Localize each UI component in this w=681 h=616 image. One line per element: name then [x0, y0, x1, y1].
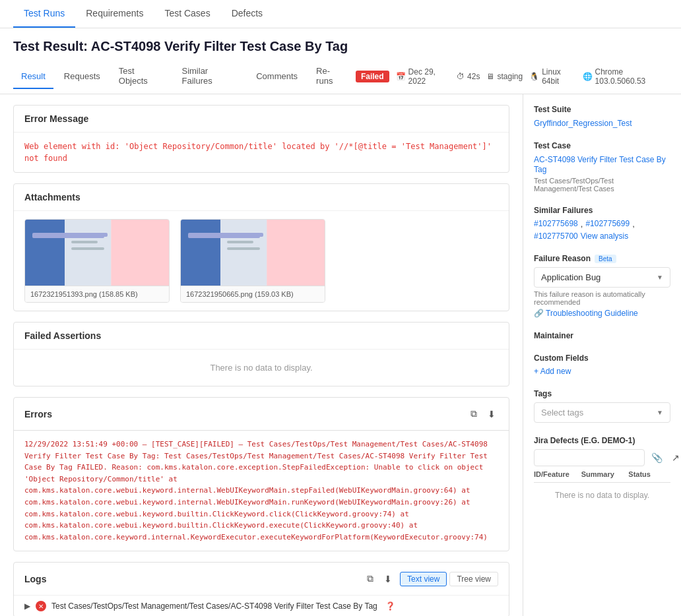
- rp-test-suite-label: Test Suite: [534, 105, 670, 114]
- rp-jira-attach-button[interactable]: 📎: [649, 450, 665, 466]
- meta-os: 🐧 Linux 64bit: [529, 67, 575, 86]
- attachment-item-1[interactable]: 1672321951393.png (158.85 KB): [24, 219, 170, 303]
- errors-copy-button[interactable]: ⧉: [468, 406, 480, 422]
- main-layout: Error Message Web element with id: 'Obje…: [0, 94, 681, 616]
- rp-failure-link-3[interactable]: #102775700: [534, 231, 578, 241]
- logs-header: Logs ⧉ ⬇ Text view Tree view: [14, 563, 509, 595]
- rp-test-case-label: Test Case: [534, 141, 670, 150]
- tree-view-button[interactable]: Tree view: [449, 572, 498, 586]
- rp-jira-input[interactable]: [534, 449, 645, 466]
- rp-failure-reason-dropdown[interactable]: Application Bug ▼: [534, 267, 670, 288]
- chevron-icon: ▶: [24, 601, 30, 611]
- rp-custom-fields-label: Custom Fields: [534, 354, 670, 363]
- log-question-icon: ❓: [385, 601, 395, 611]
- left-panel: Error Message Web element with id: 'Obje…: [0, 94, 523, 616]
- attachment-label-1: 1672321951393.png (158.85 KB): [25, 286, 169, 302]
- log-entry-text: Test Cases/TestOps/Test Management/Test …: [51, 601, 377, 611]
- log-row: ▶ ✕ Test Cases/TestOps/Test Management/T…: [14, 595, 509, 616]
- rp-tags: Tags Select tags ▼: [534, 389, 670, 423]
- rp-failure-links: #102775698, #102775699, #102775700 View …: [534, 219, 670, 241]
- meta-browser: 🌐 Chrome 103.0.5060.53: [583, 67, 668, 86]
- rp-failure-reason-label: Failure Reason: [534, 254, 591, 263]
- attachment-item-2[interactable]: 1672321950665.png (159.03 KB): [180, 219, 325, 303]
- nav-test-cases[interactable]: Test Cases: [154, 0, 220, 28]
- errors-card: Errors ⧉ ⬇ 12/29/2022 13:51:49 +00:00 – …: [13, 397, 509, 551]
- rp-jira-no-data: There is no data to display.: [534, 483, 670, 508]
- thumb-image-1: [25, 220, 169, 286]
- meta-date: 📅 Dec 29, 2022: [396, 67, 451, 86]
- view-toggle: Text view Tree view: [400, 572, 498, 586]
- rp-test-suite-link[interactable]: Gryffindor_Regression_Test: [534, 119, 632, 128]
- rp-maintainer: Maintainer: [534, 331, 670, 340]
- clock-icon: ⏱: [457, 72, 465, 81]
- logs-copy-button[interactable]: ⧉: [364, 570, 376, 587]
- nav-test-runs[interactable]: Test Runs: [13, 0, 75, 28]
- rp-jira-label: Jira Defects (E.G. DEMO-1): [534, 436, 670, 445]
- rp-jira-input-row: 📎 ↗: [534, 449, 670, 466]
- rp-troubleshoot-link[interactable]: 🔗 Troubleshooting Guideline: [534, 309, 670, 318]
- text-view-button[interactable]: Text view: [400, 572, 447, 586]
- errors-download-button[interactable]: ⬇: [485, 406, 498, 422]
- rp-similar-failures: Similar Failures #102775698, #102775699,…: [534, 206, 670, 241]
- attachments-grid: 1672321951393.png (158.85 KB): [14, 211, 509, 311]
- svg-rect-3: [71, 233, 108, 237]
- tab-re-runs[interactable]: Re-runs: [308, 59, 353, 94]
- rp-tags-label: Tags: [534, 389, 670, 398]
- server-icon: 🖥: [486, 72, 494, 81]
- svg-rect-4: [71, 241, 98, 243]
- rp-jira-col-status: Status: [628, 470, 670, 478]
- rp-view-analysis-link[interactable]: View analysis: [581, 231, 628, 241]
- tab-requests[interactable]: Requests: [56, 65, 108, 89]
- rp-test-case-path: Test Cases/TestOps/Test Management/Test …: [534, 177, 670, 193]
- svg-rect-5: [71, 247, 104, 250]
- failed-assertions-header: Failed Assertions: [14, 323, 509, 350]
- rp-failure-reason-note: This failure reason is automatically rec…: [534, 290, 670, 306]
- status-badge: Failed: [356, 71, 389, 82]
- linux-icon: 🐧: [529, 72, 539, 81]
- svg-rect-10: [227, 233, 263, 237]
- error-message-card: Error Message Web element with id: 'Obje…: [13, 105, 509, 173]
- rp-jira-table-header: ID/Feature Summary Status: [534, 466, 670, 483]
- rp-maintainer-label: Maintainer: [534, 331, 670, 340]
- logs-card: Logs ⧉ ⬇ Text view Tree view ▶ ✕ Test Ca…: [13, 562, 509, 616]
- fail-icon: ✕: [36, 601, 46, 611]
- error-message-body: Web element with id: 'Object Repository/…: [14, 133, 509, 172]
- attachments-card: Attachments: [13, 183, 509, 311]
- rp-test-case-link[interactable]: AC-ST4098 Verify Filter Test Case By Tag: [534, 155, 666, 174]
- svg-point-6: [113, 248, 129, 264]
- logs-download-button[interactable]: ⬇: [381, 571, 395, 587]
- meta-environment: 🖥 staging: [486, 72, 523, 81]
- page-title: Test Result: AC-ST4098 Verify Filter Tes…: [13, 39, 668, 54]
- rp-test-case: Test Case AC-ST4098 Verify Filter Test C…: [534, 141, 670, 193]
- tab-similar-failures[interactable]: Similar Failures: [174, 59, 245, 94]
- svg-rect-2: [111, 220, 169, 286]
- right-panel: Test Suite Gryffindor_Regression_Test Te…: [523, 94, 681, 616]
- rp-failure-link-1[interactable]: #102775698: [534, 219, 578, 229]
- rp-failure-reason: Failure Reason Beta Application Bug ▼ Th…: [534, 254, 670, 318]
- chevron-down-icon: ▼: [657, 274, 663, 281]
- rp-failure-link-2[interactable]: #102775699: [585, 219, 630, 229]
- svg-rect-1: [25, 220, 65, 286]
- tags-chevron-icon: ▼: [657, 409, 663, 416]
- attachment-label-2: 1672321950665.png (159.03 KB): [181, 286, 325, 302]
- rp-jira-col-id: ID/Feature: [534, 470, 576, 478]
- rp-tags-select[interactable]: Select tags ▼: [534, 402, 670, 423]
- rp-jira-external-button[interactable]: ↗: [669, 450, 681, 466]
- rp-jira-defects: Jira Defects (E.G. DEMO-1) 📎 ↗ ID/Featur…: [534, 436, 670, 508]
- rp-beta-badge: Beta: [595, 255, 616, 263]
- rp-jira-col-summary: Summary: [581, 470, 624, 478]
- thumb-image-2: [181, 220, 325, 286]
- rp-add-field-button[interactable]: + Add new: [534, 367, 670, 376]
- tab-test-objects[interactable]: Test Objects: [111, 59, 172, 94]
- failed-assertions-card: Failed Assertions There is no data to di…: [13, 322, 509, 386]
- error-message-header: Error Message: [14, 106, 509, 133]
- svg-rect-11: [227, 241, 253, 243]
- failed-assertions-no-data: There is no data to display.: [14, 350, 509, 386]
- rp-similar-failures-label: Similar Failures: [534, 206, 670, 215]
- nav-defects[interactable]: Defects: [221, 0, 273, 28]
- nav-requirements[interactable]: Requirements: [75, 0, 154, 28]
- tab-result[interactable]: Result: [13, 65, 53, 89]
- rp-custom-fields: Custom Fields + Add new: [534, 354, 670, 376]
- rp-test-suite: Test Suite Gryffindor_Regression_Test: [534, 105, 670, 128]
- tab-comments[interactable]: Comments: [248, 65, 306, 89]
